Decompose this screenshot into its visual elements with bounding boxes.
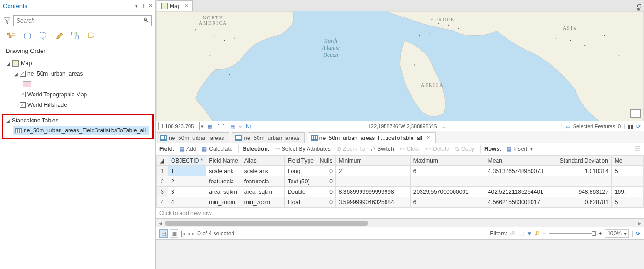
tree-layer-row[interactable]: ◢ World Topographic Map (4, 89, 152, 100)
zoom-in-icon[interactable]: + (599, 230, 602, 237)
table-tab[interactable]: ne_50m_urban_areas (232, 132, 304, 143)
label-north-atlantic: NorthAtlanticOcean (322, 37, 340, 59)
next-record-icon[interactable]: ▸ (192, 230, 195, 237)
svg-point-12 (195, 29, 196, 30)
search-row: 🔍︎ (0, 12, 155, 29)
list-by-selection-icon[interactable] (39, 31, 48, 41)
edit-icon[interactable] (55, 31, 64, 41)
north-arrow-icon[interactable]: N↑ (246, 123, 252, 130)
show-selected-records-icon[interactable]: ▥ (170, 229, 178, 238)
refresh-icon[interactable]: ⟳ (636, 123, 641, 130)
collapse-icon[interactable]: ◢ (7, 61, 10, 66)
add-field-button[interactable]: ▦Add (177, 146, 198, 152)
layer-checkbox[interactable] (20, 102, 26, 108)
dropdown-icon[interactable]: ▾ (135, 3, 138, 9)
navigator-icon[interactable] (630, 109, 641, 118)
col-header[interactable]: Alias (241, 156, 284, 166)
svg-point-10 (92, 35, 94, 36)
label-africa: AFRICA (421, 82, 444, 87)
map-tab[interactable]: Map ✕ (157, 0, 193, 11)
menu-icon[interactable]: ☰ (635, 145, 641, 153)
table-row[interactable]: 2 2 featureclafeatureclaText (50) 0 (157, 176, 644, 187)
col-header[interactable]: Nulls (317, 156, 335, 166)
col-header[interactable]: Minimum (335, 156, 410, 166)
scale-input[interactable]: 1:108.923.705 (158, 122, 200, 130)
collapse-icon[interactable]: ◢ (6, 118, 10, 123)
calculate-button[interactable]: ▦Calculate (200, 146, 234, 152)
scroll-right-icon[interactable]: ▸ (636, 220, 644, 226)
list-by-drawing-order-icon[interactable] (7, 31, 16, 41)
coords-dropdown-icon[interactable]: ⌄ (441, 123, 446, 129)
refresh-icon[interactable]: ⟳ (636, 230, 641, 237)
col-header[interactable]: OBJECTID * (168, 156, 206, 166)
tree-layer-row[interactable]: ◢ ne_50m_urban_areas (4, 69, 152, 79)
layer-checkbox[interactable] (20, 92, 26, 97)
filter-extent-icon: ⬚ (518, 230, 524, 237)
insert-button[interactable]: ▦Insert▾ (504, 146, 535, 152)
zoom-out-icon[interactable]: − (542, 230, 546, 237)
switch-button[interactable]: ⇄Switch (369, 146, 395, 152)
first-record-icon[interactable]: |◂ (181, 230, 185, 237)
contents-tree: ◢ Map ◢ ne_50m_urban_areas ◢ World Topog… (0, 56, 155, 114)
snapping-icon[interactable] (71, 31, 80, 41)
pause-icon[interactable]: ▮▮ (628, 123, 634, 130)
layer-checkbox[interactable] (20, 71, 26, 77)
table-tab-active[interactable]: ne_50m_urban_areas_F...ticsToTable_all ✕ (308, 132, 436, 143)
table-tab[interactable]: ne_50m_urban_areas (157, 132, 229, 143)
add-row-hint[interactable]: Click to add new row. (156, 208, 644, 218)
table-row[interactable]: 1 1 scalerankscalerankLong 026 4,3513765… (157, 166, 644, 176)
scroll-thumb[interactable] (165, 221, 368, 226)
grid2-tool-icon[interactable]: ▤ (230, 123, 235, 130)
scale-dropdown-icon[interactable]: ▾ (201, 123, 204, 130)
standalone-tables-header[interactable]: ◢ Standalone Tables (4, 117, 151, 124)
list-by-source-icon[interactable] (23, 31, 32, 41)
filter-active-icon[interactable]: ▼ (526, 230, 532, 237)
map-view[interactable]: NORTHAMERICA EUROPE ASIA AFRICA NorthAtl… (156, 11, 644, 121)
show-all-records-icon[interactable]: ▤ (159, 229, 168, 238)
corner-cell[interactable]: ◢ (157, 156, 168, 166)
labeling-icon[interactable] (87, 31, 96, 41)
svg-point-27 (604, 35, 605, 36)
tree-layer-row[interactable]: ◢ World Hillshade (4, 100, 152, 110)
close-icon[interactable]: ✕ (148, 3, 153, 9)
contents-toolbar (0, 29, 155, 45)
select-by-attributes-button[interactable]: ▭Select By Attributes (273, 146, 333, 152)
search-input[interactable] (13, 15, 152, 26)
svg-point-25 (570, 40, 571, 41)
collapse-icon[interactable]: ◢ (14, 71, 18, 77)
col-header[interactable]: Me (611, 156, 643, 166)
standalone-table-item[interactable]: ne_50m_urban_areas_FieldStatisticsToTabl… (13, 126, 149, 135)
prev-record-icon[interactable]: ◂ (187, 230, 190, 237)
tree-map-label: Map (21, 60, 32, 67)
col-header[interactable]: Mean (485, 156, 557, 166)
filter-icon[interactable] (4, 17, 10, 24)
svg-point-30 (429, 99, 429, 100)
table-row[interactable]: 4 4 min_zoommin_zoomFloat 03,59999990463… (157, 197, 644, 208)
col-header[interactable]: Maximum (410, 156, 485, 166)
zoom-slider[interactable] (549, 233, 596, 234)
col-header[interactable]: Standard Deviation (557, 156, 611, 166)
grid-tool-icon[interactable]: ▦ (207, 123, 212, 130)
col-header[interactable]: Field Name (206, 156, 241, 166)
tree-map-row[interactable]: ◢ Map (4, 58, 152, 69)
filter-time-icon: ⏱ (510, 230, 515, 237)
svg-point-20 (448, 25, 449, 26)
horizontal-scrollbar[interactable]: ◂ ▸ (156, 219, 644, 227)
search-icon[interactable]: 🔍︎ (143, 17, 149, 24)
zoom-percent[interactable]: 100%▾ (605, 229, 629, 238)
filter-sort-icon[interactable]: ⇵ (535, 230, 540, 237)
table-icon (311, 135, 318, 141)
svg-point-22 (429, 33, 429, 34)
close-icon[interactable]: ✕ (184, 3, 189, 9)
constraint-tool-icon[interactable]: ⟡ (239, 123, 242, 130)
layer-swatch-row[interactable] (4, 79, 152, 89)
close-icon[interactable]: ✕ (426, 135, 430, 141)
table-row[interactable]: 3 3 area_sqkmarea_sqkmDouble 08,36899999… (157, 187, 644, 197)
svg-point-14 (224, 40, 225, 41)
scroll-left-icon[interactable]: ◂ (156, 220, 164, 226)
contents-title: Contents (3, 2, 135, 9)
svg-point-26 (584, 45, 585, 46)
snap-tool-icon[interactable]: ⋮⋮ (216, 123, 226, 130)
pin-icon[interactable]: ⊥ (141, 3, 146, 9)
col-header[interactable]: Field Type (284, 156, 317, 166)
